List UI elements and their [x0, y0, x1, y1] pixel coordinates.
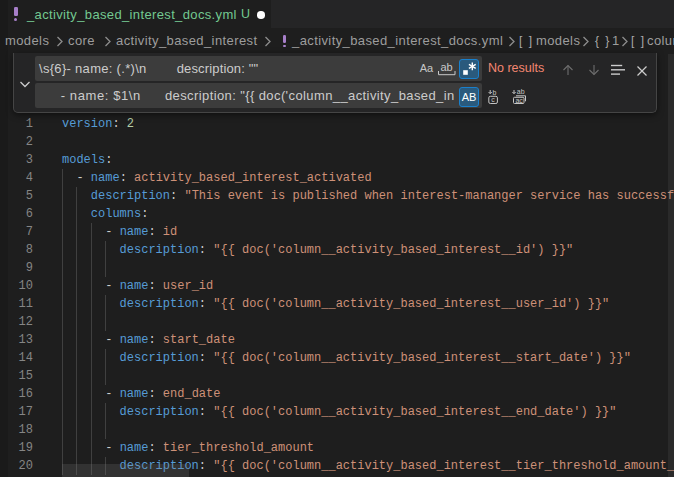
- svg-text:b: b: [493, 89, 497, 96]
- svg-text:c: c: [491, 96, 495, 103]
- svg-text:ab: ab: [517, 89, 525, 95]
- svg-text:ac: ac: [515, 97, 523, 104]
